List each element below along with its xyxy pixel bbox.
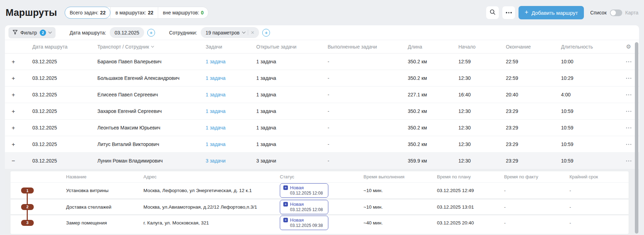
divider: [248, 30, 248, 35]
task-row: 1 Установка витрины Москва, Лефортово, у…: [11, 183, 629, 198]
task-plan-time: 03.12.2025 20:40: [437, 220, 504, 226]
clear-filter-icon[interactable]: ×: [251, 30, 255, 36]
route-employee: Большаков Евгений Александрович: [87, 75, 195, 81]
route-length: 350.2 км: [397, 75, 453, 81]
status-new-icon: [283, 202, 288, 207]
route-length: 359.9 км: [397, 158, 453, 164]
expand-row-button[interactable]: +: [5, 59, 22, 65]
route-start: 12:30: [453, 141, 501, 147]
subcol-exec-time: Время выполнения: [363, 174, 437, 179]
header-actions: + Добавить маршрут Список Карта: [486, 6, 638, 19]
route-end: 23:29: [501, 108, 556, 114]
route-tasks-link[interactable]: 1 задача: [195, 75, 246, 81]
route-end: 23:29: [501, 158, 556, 164]
tasks-subtable: Название Адрес Статус Время выполнения В…: [11, 171, 629, 234]
route-duration: 10:59: [556, 125, 618, 131]
task-fact-time: -: [504, 220, 569, 226]
task-order-marker[interactable]: 2: [21, 204, 34, 210]
task-order-marker[interactable]: 3: [21, 220, 34, 226]
route-length: 350.2 км: [397, 141, 453, 147]
route-date: 03.12.2025: [22, 108, 87, 114]
filter-button[interactable]: Фильтр 2: [8, 27, 56, 38]
chevron-down-icon: [49, 30, 52, 34]
vertical-scrollbar[interactable]: [635, 42, 638, 234]
route-done-tasks: -: [317, 125, 397, 131]
route-duration: 4:00: [556, 92, 618, 97]
expand-row-button[interactable]: +: [5, 92, 22, 98]
status-date: 03.12.2025 09:38: [290, 223, 324, 228]
search-button[interactable]: [486, 6, 499, 19]
route-duration: 10:59: [556, 108, 618, 114]
add-employees-filter-button[interactable]: +: [262, 29, 270, 37]
task-exec-time: ~10 мин.: [363, 204, 437, 210]
view-list-label: Список: [590, 10, 607, 15]
switch-knob: [611, 10, 616, 15]
more-actions-button[interactable]: [502, 6, 515, 19]
route-row: + 03.12.2025 Леонтьев Максим Юрьевич 1 з…: [5, 120, 639, 136]
sort-transport[interactable]: Транспорт / Сотрудник: [97, 44, 154, 50]
status-new-icon: [283, 218, 288, 222]
add-route-button[interactable]: + Добавить маршрут: [519, 6, 584, 19]
route-open-tasks: 1 задача: [246, 92, 317, 97]
route-length: 350.2 км: [397, 125, 453, 131]
col-end: Окончание: [501, 44, 556, 50]
route-tasks-link[interactable]: 1 задача: [195, 92, 246, 97]
add-date-filter-button[interactable]: +: [147, 29, 155, 37]
route-end: 22:59: [501, 75, 556, 81]
date-filter-chip[interactable]: 03.12.2025: [110, 27, 144, 38]
route-done-tasks: -: [317, 158, 397, 164]
route-duration: 10:00: [556, 59, 618, 64]
task-address: Москва, Лефортово, ул Энергетическая, д.…: [143, 188, 280, 193]
counter-in-routes[interactable]: в маршрутах: 22: [110, 7, 158, 18]
plus-icon: +: [524, 9, 528, 15]
subtable-header: Название Адрес Статус Время выполнения В…: [11, 171, 629, 183]
route-row: + 03.12.2025 Захаров Евгений Сергеевич 1…: [5, 103, 639, 120]
col-done-tasks: Выполненные задачи: [317, 44, 397, 50]
task-status-badge[interactable]: Новая 03.12.2025 12:08: [280, 200, 328, 214]
route-date: 03.12.2025: [22, 141, 87, 147]
route-date: 03.12.2025: [22, 125, 87, 131]
route-row: + 03.12.2025 Литус Виталий Викторович 1 …: [5, 136, 639, 153]
list-map-switch[interactable]: [610, 9, 622, 16]
collapse-row-button[interactable]: −: [5, 158, 22, 164]
route-open-tasks: 1 задача: [246, 108, 317, 114]
route-start: 12:30: [453, 158, 501, 164]
expanded-route-section: Название Адрес Статус Время выполнения В…: [5, 169, 639, 235]
route-open-tasks: 1 задача: [246, 75, 317, 81]
route-length: 227.1 км: [397, 92, 453, 97]
route-employee: Захаров Евгений Сергеевич: [87, 108, 195, 114]
task-status-badge[interactable]: Новая 03.12.2025 12:08: [280, 183, 328, 198]
task-status-badge[interactable]: Новая 03.12.2025 09:38: [280, 216, 328, 230]
subcol-address: Адрес: [143, 174, 280, 179]
task-fact-time: -: [504, 188, 569, 193]
col-duration: Длительность: [556, 44, 618, 50]
status-new-icon: [283, 185, 288, 190]
expand-row-button[interactable]: +: [5, 141, 22, 147]
route-done-tasks: -: [317, 75, 397, 81]
ellipsis-icon: [506, 12, 512, 13]
route-tasks-link[interactable]: 1 задача: [195, 108, 246, 114]
expand-row-button[interactable]: +: [5, 125, 22, 131]
employees-filter-chip[interactable]: 19 параметров ×: [201, 27, 259, 38]
counter-out-of-routes[interactable]: вне маршрутов: 0: [158, 7, 208, 18]
task-order-marker[interactable]: 1: [21, 188, 34, 193]
subcol-status: Статус: [280, 174, 363, 179]
task-title: Доставка стеллажей: [66, 204, 143, 210]
task-row: 3 Замер помещения г. Калуга, ул. Московс…: [11, 214, 629, 230]
route-row: + 03.12.2025 Большаков Евгений Александр…: [5, 70, 639, 87]
route-start: 12:30: [453, 75, 501, 81]
route-tasks-link[interactable]: 1 задача: [195, 59, 246, 64]
expand-row-button[interactable]: +: [5, 108, 22, 114]
task-title: Установка витрины: [66, 188, 143, 193]
route-start: 16:40: [453, 92, 501, 97]
route-tasks-link[interactable]: 1 задача: [195, 141, 246, 147]
task-plan-time: 03.12.2025 12:49: [437, 188, 504, 193]
counter-total-tasks[interactable]: Всего задач: 22: [65, 7, 110, 19]
chevron-down-icon: [242, 30, 245, 34]
expand-row-button[interactable]: +: [5, 75, 22, 81]
routes-panel: Фильтр 2 Дата маршрута: 03.12.2025 + Сот…: [5, 25, 639, 235]
route-tasks-link[interactable]: 1 задача: [195, 125, 246, 131]
page-title: Маршруты: [6, 7, 57, 18]
task-address: г. Калуга, ул. Московская, 321: [143, 220, 280, 226]
route-tasks-link[interactable]: 3 задачи: [195, 158, 246, 164]
